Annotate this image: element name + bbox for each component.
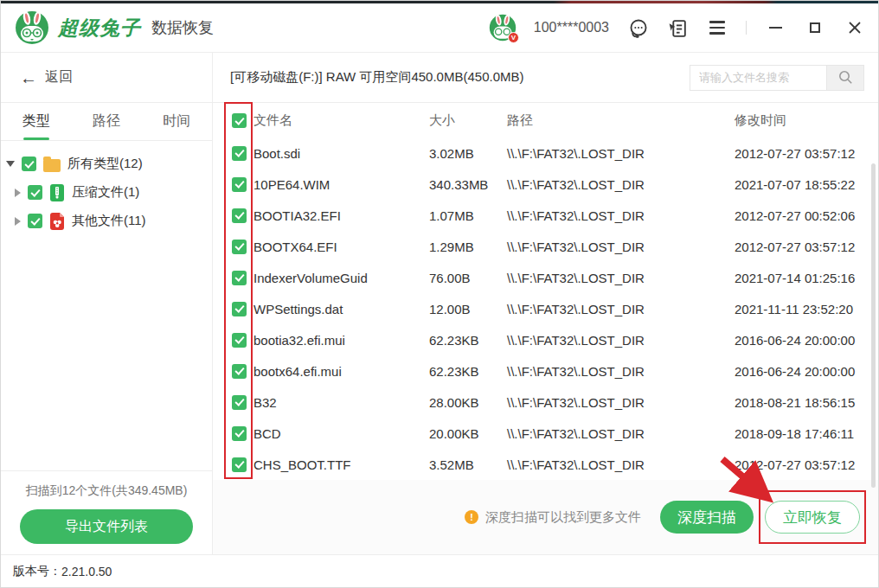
row-checkbox[interactable] — [232, 395, 247, 410]
row-checkbox[interactable] — [232, 457, 247, 472]
tree-item-all-types[interactable]: 所有类型(12) — [1, 150, 212, 178]
deep-scan-hint: ! 深度扫描可以找到更多文件 — [465, 509, 641, 526]
file-name: BCD — [252, 426, 429, 441]
table-row[interactable]: 10PE64.WIM 340.33MB \\.\F:\FAT32\.LOST_D… — [213, 169, 878, 200]
customer-service-icon[interactable] — [626, 16, 649, 39]
back-button[interactable]: ← 返回 — [1, 53, 212, 103]
file-modified: 2021-07-14 01:25:16 — [735, 271, 878, 285]
file-size: 62.23KB — [429, 333, 507, 348]
column-header-path[interactable]: 路径 — [507, 112, 735, 129]
maximize-button[interactable] — [804, 16, 826, 39]
deep-scan-button[interactable]: 深度扫描 — [660, 501, 754, 534]
row-checkbox[interactable] — [232, 177, 247, 192]
file-table: Boot.sdi 3.02MB \\.\F:\FAT32\.LOST_DIR 2… — [213, 137, 878, 480]
username: 100****0003 — [534, 20, 609, 35]
file-size: 340.33MB — [429, 177, 507, 192]
row-checkbox[interactable] — [232, 271, 247, 285]
file-size: 1.29MB — [429, 240, 507, 254]
tab-type[interactable]: 类型 — [1, 103, 71, 140]
file-modified: 2012-07-27 03:57:12 — [735, 146, 878, 161]
rabbit-logo-icon — [15, 10, 49, 45]
file-modified: 2012-07-27 03:57:12 — [735, 457, 878, 472]
menu-icon[interactable] — [706, 16, 728, 39]
table-row[interactable]: BCD 20.00KB \\.\F:\FAT32\.LOST_DIR 2018-… — [213, 418, 878, 449]
table-row[interactable]: B32 28.00KB \\.\F:\FAT32\.LOST_DIR 2018-… — [213, 387, 878, 418]
sidebar: ← 返回 类型 路径 时间 所有类型(12) — [1, 53, 213, 554]
recover-now-button[interactable]: 立即恢复 — [765, 501, 860, 534]
column-header-name[interactable]: 文件名 — [252, 112, 429, 129]
row-checkbox[interactable] — [232, 333, 247, 348]
file-path: \\.\F:\FAT32\.LOST_DIR — [507, 395, 735, 410]
minimize-button[interactable] — [764, 16, 786, 39]
feedback-icon[interactable] — [666, 16, 689, 39]
folder-icon — [43, 159, 61, 172]
file-name: WPSettings.dat — [252, 302, 429, 316]
search-input[interactable] — [690, 65, 826, 91]
file-path: \\.\F:\FAT32\.LOST_DIR — [507, 333, 735, 348]
file-path: \\.\F:\FAT32\.LOST_DIR — [507, 426, 735, 441]
search-icon — [838, 70, 853, 85]
file-modified: 2018-08-21 18:56:15 — [735, 395, 878, 410]
sidebar-tabs: 类型 路径 时间 — [1, 103, 212, 141]
other-file-icon — [49, 213, 65, 230]
column-header-modified[interactable]: 修改时间 — [735, 112, 878, 129]
vertical-scrollbar[interactable] — [871, 163, 876, 488]
file-path: \\.\F:\FAT32\.LOST_DIR — [507, 302, 735, 316]
file-modified: 2021-11-11 23:52:20 — [735, 302, 878, 316]
file-name: B32 — [252, 395, 429, 410]
search-button[interactable] — [826, 65, 864, 91]
file-name: bootia32.efi.mui — [252, 333, 429, 348]
table-row[interactable]: CHS_BOOT.TTF 3.52MB \\.\F:\FAT32\.LOST_D… — [213, 449, 878, 480]
table-row[interactable]: IndexerVolumeGuid 76.00B \\.\F:\FAT32\.L… — [213, 262, 878, 293]
tree-checkbox[interactable] — [28, 214, 42, 228]
select-all-checkbox[interactable] — [232, 113, 247, 128]
back-label: 返回 — [45, 68, 73, 86]
file-name: IndexerVolumeGuid — [252, 271, 429, 285]
recover-annotation-box: 立即恢复 — [759, 490, 866, 544]
file-path: \\.\F:\FAT32\.LOST_DIR — [507, 457, 735, 472]
row-checkbox[interactable] — [232, 302, 247, 316]
file-modified: 2012-07-27 00:52:06 — [735, 208, 878, 223]
file-modified: 2016-06-24 20:00:00 — [735, 364, 878, 379]
vip-badge: V — [508, 32, 519, 43]
titlebar: 超级兔子 数据恢复 V 100****0003 — [1, 3, 878, 53]
table-row[interactable]: WPSettings.dat 12.00B \\.\F:\FAT32\.LOST… — [213, 293, 878, 324]
file-modified: 2016-06-24 20:00:00 — [735, 333, 878, 348]
table-row[interactable]: bootia32.efi.mui 62.23KB \\.\F:\FAT32\.L… — [213, 324, 878, 355]
export-file-list-button[interactable]: 导出文件列表 — [20, 509, 193, 544]
expander-right-icon[interactable] — [15, 189, 21, 197]
file-size: 28.00KB — [429, 395, 507, 410]
table-header: 文件名 大小 路径 修改时间 — [213, 103, 878, 137]
file-name: BOOTX64.EFI — [252, 240, 429, 254]
row-checkbox[interactable] — [232, 426, 247, 441]
row-checkbox[interactable] — [232, 146, 247, 161]
app-logo: 超级兔子 数据恢复 — [15, 10, 214, 45]
tab-path[interactable]: 路径 — [71, 103, 141, 140]
tree-checkbox[interactable] — [22, 157, 36, 171]
tree-item-compressed[interactable]: 压缩文件(1) — [1, 178, 212, 207]
expander-right-icon[interactable] — [15, 217, 21, 226]
row-checkbox[interactable] — [232, 208, 247, 223]
titlebar-separator — [746, 21, 747, 35]
search-box — [690, 65, 864, 91]
row-checkbox[interactable] — [232, 240, 247, 254]
table-row[interactable]: Boot.sdi 3.02MB \\.\F:\FAT32\.LOST_DIR 2… — [213, 137, 878, 169]
expander-down-icon[interactable] — [6, 161, 15, 167]
row-checkbox[interactable] — [232, 364, 247, 379]
table-row[interactable]: bootx64.efi.mui 62.23KB \\.\F:\FAT32\.LO… — [213, 355, 878, 387]
tree-item-other[interactable]: 其他文件(11) — [1, 207, 212, 235]
close-button[interactable] — [844, 16, 866, 39]
table-row[interactable]: BOOTX64.EFI 1.29MB \\.\F:\FAT32\.LOST_DI… — [213, 231, 878, 262]
file-modified: 2021-07-07 18:55:22 — [735, 177, 878, 192]
tree-checkbox[interactable] — [28, 185, 42, 200]
drive-info-bar: [可移动磁盘(F:)] RAW 可用空间450.0MB(450.0MB) — [213, 53, 878, 103]
file-name: 10PE64.WIM — [252, 177, 429, 192]
user-avatar[interactable]: V — [489, 14, 516, 42]
column-header-size[interactable]: 大小 — [429, 112, 507, 129]
tab-time[interactable]: 时间 — [142, 103, 212, 140]
warning-icon: ! — [465, 510, 478, 524]
table-row[interactable]: BOOTIA32.EFI 1.07MB \\.\F:\FAT32\.LOST_D… — [213, 200, 878, 231]
file-modified: 2012-07-27 03:57:12 — [735, 240, 878, 254]
scan-summary: 扫描到12个文件(共349.45MB) — [1, 483, 212, 499]
app-window: 超级兔子 数据恢复 V 100****0003 — [0, 0, 879, 588]
